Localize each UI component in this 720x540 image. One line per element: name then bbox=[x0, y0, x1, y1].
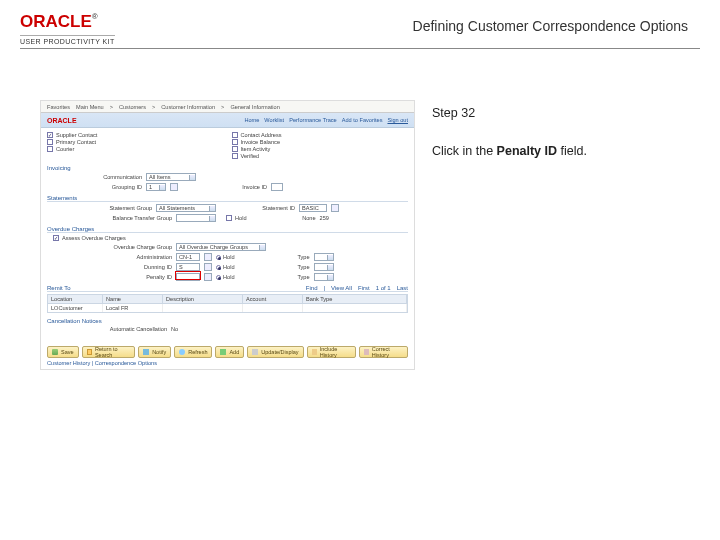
dunning-id-input[interactable]: S bbox=[176, 263, 200, 271]
field-label: Dunning ID bbox=[87, 264, 172, 270]
field-label: Invoice ID bbox=[222, 184, 267, 190]
checkbox[interactable] bbox=[232, 132, 238, 138]
col-header: Bank Type bbox=[303, 295, 407, 303]
field-label: Overdue Charge Group bbox=[87, 244, 172, 250]
checkbox-label: Contact Address bbox=[241, 132, 282, 138]
administration-input[interactable]: CN-1 bbox=[176, 253, 200, 261]
correct-icon bbox=[364, 349, 369, 355]
breadcrumb-item[interactable]: Favorites bbox=[47, 104, 70, 110]
nav-link[interactable]: Performance Trace bbox=[289, 117, 337, 123]
hold-radio[interactable] bbox=[216, 255, 221, 260]
communication-select[interactable]: All Items bbox=[146, 173, 196, 181]
radio-label: Hold bbox=[223, 274, 235, 280]
type-select[interactable] bbox=[314, 263, 334, 271]
checkbox-label: Supplier Contact bbox=[56, 132, 97, 138]
last-link[interactable]: Last bbox=[397, 285, 408, 291]
include-history-button[interactable]: Include History bbox=[307, 346, 356, 358]
field-label: Administration bbox=[87, 254, 172, 260]
hold-radio[interactable] bbox=[216, 265, 221, 270]
lookup-icon[interactable] bbox=[204, 273, 212, 281]
checkbox-label: Primary Contact bbox=[56, 139, 96, 145]
header-rule bbox=[20, 48, 700, 49]
hold-radio[interactable] bbox=[216, 275, 221, 280]
breadcrumb-item[interactable]: Customer Information bbox=[161, 104, 215, 110]
field-label: None bbox=[291, 215, 316, 221]
find-link[interactable]: Find bbox=[306, 285, 318, 291]
field-label: Balance Transfer Group bbox=[87, 215, 172, 221]
nav-link[interactable]: Home bbox=[244, 117, 259, 123]
oracle-logo: ORACLE bbox=[20, 12, 92, 31]
breadcrumb: Favorites Main Menu > Customers > Custom… bbox=[41, 101, 414, 113]
logo-trademark: ® bbox=[92, 12, 98, 21]
field-label: Automatic Cancellation bbox=[87, 326, 167, 332]
type-select[interactable] bbox=[314, 273, 334, 281]
section-title-statements: Statements bbox=[47, 195, 408, 202]
field-label: Statement Group bbox=[87, 205, 152, 211]
col-header: Name bbox=[103, 295, 163, 303]
grouping-id-select[interactable]: 1 bbox=[146, 183, 166, 191]
checkbox[interactable] bbox=[232, 153, 238, 159]
refresh-icon bbox=[179, 349, 185, 355]
col-header: Description bbox=[163, 295, 243, 303]
nav-link[interactable]: Add to Favorites bbox=[342, 117, 383, 123]
nav-link[interactable]: Worklist bbox=[264, 117, 284, 123]
page-title: Defining Customer Correspondence Options bbox=[413, 18, 688, 34]
checkbox[interactable] bbox=[47, 146, 53, 152]
lookup-icon[interactable] bbox=[204, 253, 212, 261]
return-button[interactable]: Return to Search bbox=[82, 346, 136, 358]
section-title-invoicing: Invoicing bbox=[47, 165, 408, 171]
lookup-icon[interactable] bbox=[204, 263, 212, 271]
section-title-cancellation: Cancellation Notices bbox=[47, 318, 408, 324]
col-header: Account bbox=[243, 295, 303, 303]
embedded-screenshot: Favorites Main Menu > Customers > Custom… bbox=[40, 100, 415, 370]
footer-links[interactable]: Customer History | Correspondence Option… bbox=[47, 360, 408, 366]
checkbox[interactable] bbox=[47, 132, 53, 138]
lookup-icon[interactable] bbox=[331, 204, 339, 212]
balance-value: 259 bbox=[320, 215, 329, 221]
nav-link[interactable]: Sign out bbox=[387, 117, 408, 123]
add-button[interactable]: Add bbox=[215, 346, 244, 358]
breadcrumb-item[interactable]: Main Menu bbox=[76, 104, 104, 110]
checkbox-label: Verified bbox=[241, 153, 260, 159]
breadcrumb-item[interactable]: General Information bbox=[230, 104, 279, 110]
table-row[interactable]: LOCustomer Local FR bbox=[48, 304, 407, 312]
field-label: Penalty ID bbox=[87, 274, 172, 280]
invoice-id-input[interactable] bbox=[271, 183, 283, 191]
checkbox[interactable] bbox=[47, 139, 53, 145]
save-button[interactable]: Save bbox=[47, 346, 79, 358]
lookup-icon[interactable] bbox=[170, 183, 178, 191]
checkbox[interactable] bbox=[232, 146, 238, 152]
balance-group-select[interactable] bbox=[176, 214, 216, 222]
statement-id-input[interactable]: BASIC bbox=[299, 204, 327, 212]
return-icon bbox=[87, 349, 92, 355]
correct-history-button[interactable]: Correct History bbox=[359, 346, 408, 358]
update-icon bbox=[252, 349, 258, 355]
step-body-emphasis: Penalty ID bbox=[497, 144, 557, 158]
upk-subtitle: USER PRODUCTIVITY KIT bbox=[20, 35, 115, 45]
refresh-button[interactable]: Refresh bbox=[174, 346, 212, 358]
field-label: Type bbox=[285, 274, 310, 280]
checkbox-label: Hold bbox=[235, 215, 247, 221]
overdue-group-select[interactable]: All Overdue Charge Groups bbox=[176, 243, 266, 251]
notify-button[interactable]: Notify bbox=[138, 346, 171, 358]
breadcrumb-item[interactable]: Customers bbox=[119, 104, 146, 110]
update-display-button[interactable]: Update/Display bbox=[247, 346, 303, 358]
hold-checkbox[interactable] bbox=[226, 215, 232, 221]
brand-bar: ORACLE Home Worklist Performance Trace A… bbox=[41, 113, 414, 128]
field-label: Communication bbox=[87, 174, 142, 180]
checkbox[interactable] bbox=[232, 139, 238, 145]
step-body: Click in the Penalty ID field. bbox=[432, 144, 692, 160]
action-toolbar: Save Return to Search Notify Refresh Add… bbox=[47, 346, 408, 358]
assess-overdue-checkbox[interactable] bbox=[53, 235, 59, 241]
page-indicator: 1 of 1 bbox=[376, 285, 391, 291]
field-label: Type bbox=[285, 254, 310, 260]
type-select[interactable] bbox=[314, 253, 334, 261]
first-link[interactable]: First bbox=[358, 285, 370, 291]
oracle-logo-block: ORACLE® USER PRODUCTIVITY KIT bbox=[20, 12, 115, 45]
tutorial-highlight bbox=[175, 271, 201, 280]
statement-group-select[interactable]: All Statements bbox=[156, 204, 216, 212]
checkbox-label: Invoice Balance bbox=[241, 139, 281, 145]
auto-cancel-value: No bbox=[171, 326, 178, 332]
history-icon bbox=[312, 349, 317, 355]
view-all-link[interactable]: View All bbox=[331, 285, 352, 291]
